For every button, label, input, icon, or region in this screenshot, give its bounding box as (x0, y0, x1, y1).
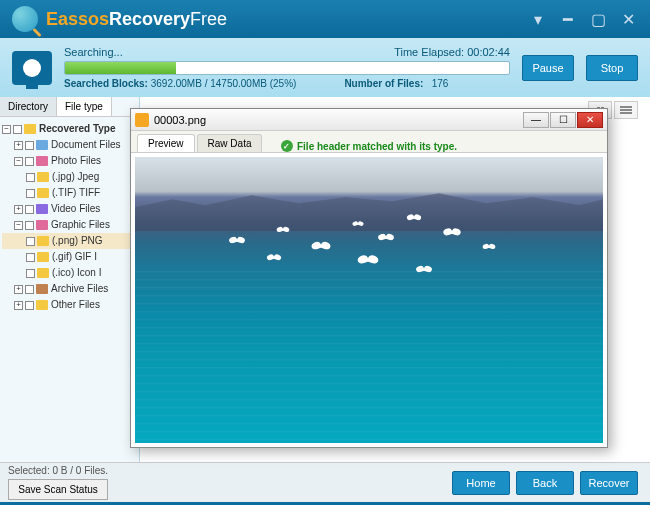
tree-document-files[interactable]: +Document Files (2, 137, 137, 153)
tab-raw-data[interactable]: Raw Data (197, 134, 263, 152)
tree-other-files[interactable]: +Other Files (2, 297, 137, 313)
app-title: EassosRecoveryFree (46, 9, 227, 30)
save-scan-button[interactable]: Save Scan Status (8, 479, 108, 500)
dialog-file-icon (135, 113, 149, 127)
logo-brand: Eassos (46, 9, 109, 29)
tree-video-files[interactable]: +Video Files (2, 201, 137, 217)
dialog-tabs: Preview Raw Data ✓ File header matched w… (131, 131, 607, 153)
tab-filetype[interactable]: File type (57, 97, 112, 116)
tree-png[interactable]: (.png) PNG (2, 233, 137, 249)
monitor-search-icon (12, 51, 52, 85)
home-button[interactable]: Home (452, 471, 510, 495)
stop-button[interactable]: Stop (586, 55, 638, 81)
list-view-icon[interactable] (614, 101, 638, 119)
pause-button[interactable]: Pause (522, 55, 574, 81)
recover-button[interactable]: Recover (580, 471, 638, 495)
dialog-close-icon[interactable]: ✕ (577, 112, 603, 128)
footer-bar: Selected: 0 B / 0 Files. Save Scan Statu… (0, 462, 650, 502)
number-of-files: Number of Files: 176 (344, 78, 448, 89)
logo-edition: Free (190, 9, 227, 29)
tree-jpg[interactable]: (.jpg) Jpeg (2, 169, 137, 185)
dialog-minimize-icon[interactable]: — (523, 112, 549, 128)
preview-content (131, 153, 607, 447)
progress-bar (64, 61, 510, 75)
tab-preview[interactable]: Preview (137, 134, 195, 152)
menu-dropdown-icon[interactable]: ▾ (528, 11, 548, 27)
tree-graphic-files[interactable]: −Graphic Files (2, 217, 137, 233)
back-button[interactable]: Back (516, 471, 574, 495)
minimize-icon[interactable]: ━ (558, 11, 578, 27)
titlebar: EassosRecoveryFree ▾ ━ ▢ ✕ (0, 0, 650, 38)
time-elapsed: Time Elapsed: 00:02:44 (394, 46, 510, 58)
tab-directory[interactable]: Directory (0, 97, 57, 116)
check-icon: ✓ (281, 140, 293, 152)
file-tree[interactable]: −Recovered Type +Document Files −Photo F… (0, 117, 139, 317)
dialog-titlebar[interactable]: 00003.png — ☐ ✕ (131, 109, 607, 131)
searching-label: Searching... (64, 46, 123, 58)
close-icon[interactable]: ✕ (618, 11, 638, 27)
tree-tif[interactable]: (.TIF) TIFF (2, 185, 137, 201)
tree-photo-files[interactable]: −Photo Files (2, 153, 137, 169)
tree-archive-files[interactable]: +Archive Files (2, 281, 137, 297)
header-match-status: ✓ File header matched with its type. (281, 140, 457, 152)
selected-status: Selected: 0 B / 0 Files. (8, 465, 108, 476)
tree-ico[interactable]: (.ico) Icon I (2, 265, 137, 281)
maximize-icon[interactable]: ▢ (588, 11, 608, 27)
preview-image (135, 157, 603, 443)
tree-gif[interactable]: (.gif) GIF I (2, 249, 137, 265)
app-logo-icon (12, 6, 38, 32)
dialog-title: 00003.png (154, 114, 206, 126)
left-pane: Directory File type −Recovered Type +Doc… (0, 97, 140, 462)
logo-product: Recovery (109, 9, 190, 29)
dialog-maximize-icon[interactable]: ☐ (550, 112, 576, 128)
preview-dialog: 00003.png — ☐ ✕ Preview Raw Data ✓ File … (130, 108, 608, 448)
tree-root[interactable]: −Recovered Type (2, 121, 137, 137)
searched-blocks: Searched Blocks: 3692.00MB / 14750.00MB … (64, 78, 296, 89)
left-tabs: Directory File type (0, 97, 139, 117)
progress-panel: Searching... Time Elapsed: 00:02:44 Sear… (0, 38, 650, 97)
